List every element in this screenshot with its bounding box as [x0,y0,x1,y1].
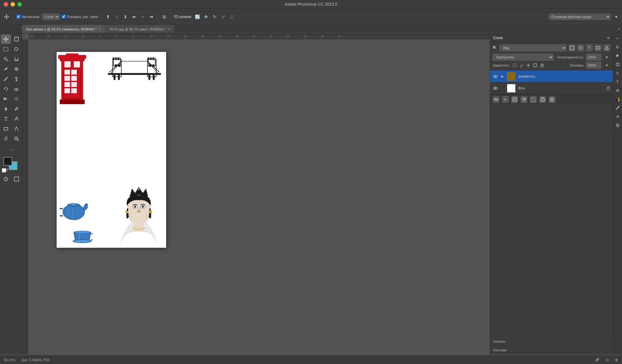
layer-elements[interactable]: ▶ элементы [490,71,613,82]
layer-eye-elements[interactable] [493,74,498,79]
tab-close-untitled[interactable]: ✕ [98,27,101,31]
crop-tool[interactable] [12,54,21,64]
brush-presets-panel-icon[interactable] [614,104,621,112]
eyedropper-tool[interactable] [1,64,11,74]
foreground-color-swatch[interactable] [3,157,12,166]
blend-mode-select[interactable]: Пропустить [493,54,554,61]
hand-tool[interactable] [1,134,11,143]
move-tool[interactable] [1,35,11,44]
filter-pixel-icon[interactable] [568,44,575,51]
actions-panel-icon[interactable] [614,52,621,59]
pen-tool[interactable] [12,104,21,113]
minimize-button[interactable] [11,2,15,7]
document-canvas[interactable] [57,52,166,248]
lock-transparent-btn[interactable] [512,62,517,68]
filter-adjust-icon[interactable] [577,44,584,51]
align-horiz-center-icon[interactable]: ↔ [139,13,146,20]
opacity-arrow[interactable]: ▾ [603,54,610,61]
layer-group-btn[interactable] [530,96,537,103]
link-icon[interactable]: 🔗 [595,358,600,362]
healing-tool[interactable] [12,64,21,74]
quick-mask-btn[interactable] [1,174,11,184]
zoom-tool[interactable] [12,134,21,143]
delete-layer-btn[interactable] [549,96,555,103]
threed-scale-icon[interactable]: ⤢ [220,13,227,20]
align-right-icon[interactable]: ➡ [148,13,155,20]
auto-select-type[interactable]: Слой [42,14,60,20]
swap-colors-btn[interactable]: ⇄ [5,168,8,172]
tab-close-bridge[interactable]: ✕ [167,27,170,31]
rect-select-tool[interactable] [1,44,11,54]
screen-mode-btn[interactable] [12,174,21,184]
clone-stamp-tool[interactable] [12,74,21,84]
lock-all-btn[interactable] [539,62,545,68]
layers-menu-icon[interactable]: ≡ [607,35,610,40]
maximize-button[interactable] [17,2,22,7]
distribute-icon[interactable]: ⊞ [161,13,168,20]
path-select-tool[interactable] [12,114,21,123]
layer-background[interactable]: ▶ Фон [490,82,613,94]
swatches-panel-icon[interactable] [614,95,621,103]
layer-mask-btn[interactable] [511,96,518,103]
align-bottom-icon[interactable]: ⬇ [122,13,129,20]
show-transform-toggle[interactable]: Показать упр. элем. [62,15,99,19]
dodge-tool[interactable] [1,104,11,113]
threed-camera-icon[interactable]: 🎥 [229,13,236,20]
threed-rotate-icon[interactable]: ↻ [211,13,218,20]
lasso-tool[interactable] [12,44,21,54]
lock-paint-btn[interactable] [519,62,524,68]
align-top-icon[interactable]: ⬆ [105,13,111,20]
filter-shape-icon[interactable] [595,44,601,51]
magic-wand-tool[interactable] [1,54,11,64]
workspace-select[interactable]: Основная рабочая среда [549,14,611,20]
layer-expand-elements[interactable]: ▶ [501,75,504,78]
close-button[interactable] [4,2,8,7]
collapse-panels-btn[interactable]: » [614,35,621,42]
history-panel-icon[interactable] [614,43,621,51]
align-vert-center-icon[interactable]: ↕ [113,13,120,20]
window-controls[interactable] [4,2,22,7]
tabs-overflow-btn[interactable]: » [616,25,622,33]
threed-orbit-icon[interactable]: 🔄 [194,13,201,20]
glyphs-panel-icon[interactable] [614,87,621,94]
path-select-2-tool[interactable] [12,124,21,133]
properties-panel-icon[interactable] [614,61,621,68]
opacity-input[interactable] [586,54,601,61]
shape-tool[interactable] [1,124,11,133]
new-layer-btn[interactable] [539,96,546,103]
styles-panel-icon[interactable] [614,122,621,129]
artboard-tool[interactable] [12,35,21,44]
layer-eye-background[interactable] [493,85,498,91]
tab-untitled[interactable]: Без имени-1 @ 58,2% (элементы, RGB/8#) *… [22,25,105,33]
blur-tool[interactable] [12,94,21,104]
tool-presets-panel-icon[interactable]: ⚙ [614,113,621,120]
auto-select-toggle[interactable]: Автовыбор: [16,15,40,19]
fill-arrow[interactable]: ▾ [603,62,610,69]
fill-input[interactable] [586,62,601,69]
filter-text-icon[interactable]: T [586,44,593,51]
move-tool-btn[interactable] [2,13,11,20]
threed-pan-icon[interactable]: ✥ [203,13,209,20]
fx-status-icon[interactable]: fx [606,358,609,362]
more-tools-btn[interactable]: ··· [6,145,16,154]
workspace-menu-icon[interactable]: ▾ [613,13,620,20]
layer-adjustment-btn[interactable] [521,96,527,103]
lock-artboard-btn[interactable] [532,62,538,68]
gradient-tool[interactable] [1,94,11,104]
text-tool[interactable] [1,114,11,123]
layer-fx-btn[interactable]: fx [502,96,509,103]
paragraph-panel-icon[interactable]: ¶ [614,78,621,85]
history-brush-tool[interactable] [1,84,11,94]
paths-panel[interactable]: Контуры [490,346,613,354]
layer-link-btn[interactable] [493,96,499,103]
align-left-icon[interactable]: ⬅ [131,13,138,20]
character-panel-icon[interactable]: A [614,69,621,77]
tab-bridge[interactable]: 05-01.jpg @ 66,7% (мост, RGB/8#) * ✕ [105,25,174,33]
lock-move-btn[interactable] [526,62,531,68]
filter-smart-icon[interactable] [603,44,610,51]
channels-panel[interactable]: Каналы [490,337,613,346]
filter-type-select[interactable]: Вид [500,44,567,51]
trash-status-icon[interactable]: 🗑 [615,358,618,362]
eraser-tool[interactable] [12,84,21,94]
brush-tool[interactable] [1,74,11,84]
